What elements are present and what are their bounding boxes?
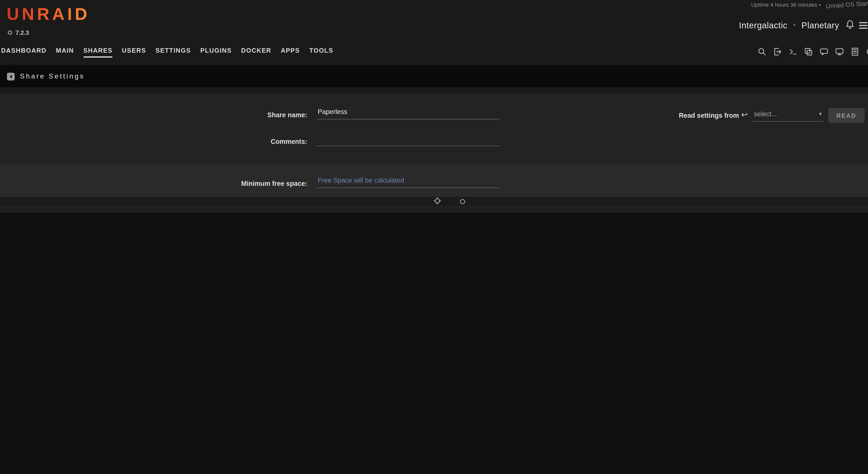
- share-name-input[interactable]: [317, 107, 499, 120]
- server-identity: Intergalactic • Planetary: [739, 21, 839, 30]
- unraid-webgui: UNRAID 7.2.3 Uptime 4 hours 36 minutes •…: [0, 0, 868, 213]
- min-free-space-label: Minimum free space:: [0, 180, 307, 188]
- uptime-text: Uptime 4 hours 36 minutes: [751, 2, 817, 8]
- hamburger-menu-icon[interactable]: [859, 22, 867, 30]
- section-share-identity: [0, 93, 868, 165]
- nav-item-main[interactable]: MAIN: [56, 47, 74, 57]
- uptime-line: Uptime 4 hours 36 minutes • Unraid OS St…: [751, 1, 868, 8]
- nav-item-apps[interactable]: APPS: [281, 47, 300, 57]
- circle-icon: [460, 199, 465, 204]
- avatar-circle-icon[interactable]: [866, 47, 868, 57]
- nav-item-users[interactable]: USERS: [122, 47, 146, 57]
- feedback-icon[interactable]: [819, 47, 829, 57]
- header-toolbar: [757, 47, 868, 57]
- separator-dot: •: [790, 22, 799, 28]
- nav-item-dashboard[interactable]: DASHBOARD: [1, 47, 46, 57]
- back-icon[interactable]: [7, 72, 15, 80]
- status-dot-icon: [8, 30, 12, 35]
- nav-item-tools[interactable]: TOOLS: [309, 47, 333, 57]
- version-row: 7.2.3: [8, 29, 29, 36]
- nav-item-shares[interactable]: SHARES: [83, 47, 112, 57]
- read-arrow-icon: ↩: [741, 110, 748, 119]
- server-name: Intergalactic: [739, 21, 787, 30]
- nav-item-settings[interactable]: SETTINGS: [156, 47, 191, 57]
- comments-label: Comments:: [0, 138, 307, 145]
- share-name-label: Share name:: [0, 111, 307, 119]
- chevron-down-icon: ▼: [818, 112, 823, 117]
- server-description: Planetary: [801, 21, 839, 30]
- license-badge: Unraid OS Starter: [826, 0, 868, 9]
- main-nav: DASHBOARD MAIN SHARES USERS SETTINGS PLU…: [1, 47, 333, 57]
- crosshair-icon: [434, 197, 441, 205]
- search-icon[interactable]: [757, 47, 767, 57]
- unraid-logo[interactable]: UNRAID: [7, 4, 90, 24]
- monitor-icon[interactable]: [835, 47, 844, 57]
- min-free-space-input[interactable]: [317, 175, 499, 188]
- nav-item-docker[interactable]: DOCKER: [241, 47, 272, 57]
- comments-input[interactable]: [317, 133, 499, 146]
- logout-icon[interactable]: [773, 47, 782, 57]
- read-settings-select[interactable]: select... ▼: [753, 107, 824, 122]
- section-storage-settings: [0, 206, 868, 213]
- log-icon[interactable]: [850, 47, 860, 57]
- read-button[interactable]: READ: [828, 108, 865, 123]
- os-version: 7.2.3: [16, 29, 29, 36]
- page-title: Share Settings: [20, 72, 85, 80]
- copy-clone-icon[interactable]: [804, 47, 813, 57]
- notifications-bell-icon[interactable]: [845, 20, 855, 30]
- nav-item-plugins[interactable]: PLUGINS: [200, 47, 232, 57]
- separator-dot: •: [819, 2, 821, 8]
- read-settings-select-value: select...: [754, 110, 777, 118]
- read-settings-label: Read settings from: [609, 112, 739, 120]
- page-titlebar: Share Settings: [0, 65, 868, 88]
- terminal-icon[interactable]: [788, 47, 798, 57]
